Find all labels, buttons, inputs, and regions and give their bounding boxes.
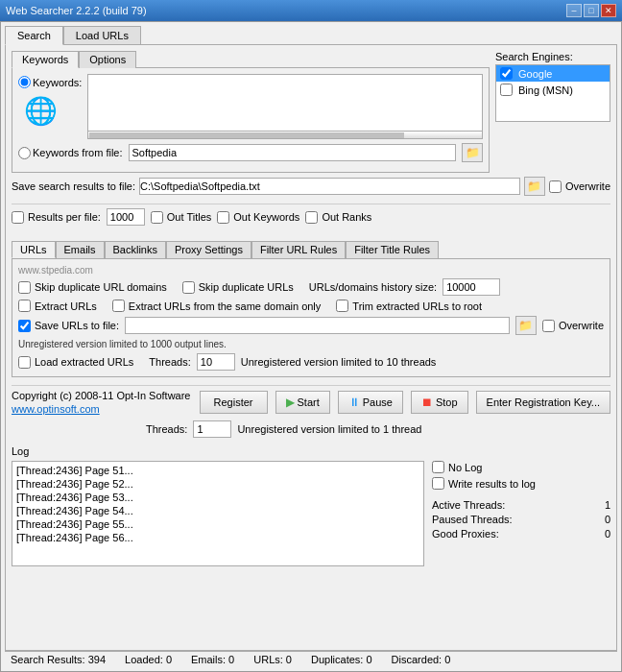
tab-urls[interactable]: URLs	[12, 241, 56, 258]
save-urls-browse-button[interactable]: 📁	[515, 316, 537, 335]
urls-overwrite-label[interactable]: Overwrite	[542, 320, 604, 332]
loaded-status: Loaded: 0	[125, 654, 172, 665]
trim-extracted-checkbox[interactable]	[336, 300, 348, 312]
no-log-checkbox[interactable]	[432, 461, 444, 473]
tab-filter-title-rules[interactable]: Filter Title Rules	[346, 241, 439, 258]
extract-same-domain-checkbox[interactable]	[112, 300, 125, 312]
tab-load-urls[interactable]: Load URLs	[63, 26, 141, 45]
enter-reg-key-button[interactable]: Enter Registration Key...	[476, 391, 610, 414]
save-urls-input[interactable]	[125, 317, 510, 334]
keywords-from-file-browse-button[interactable]: 📁	[462, 143, 483, 162]
copyright-text: Copyright (c) 2008-11 Opt-In Software	[12, 390, 192, 401]
ctrl-threads-label: Threads:	[146, 423, 187, 435]
tab-proxy-settings[interactable]: Proxy Settings	[166, 241, 251, 258]
close-button[interactable]: ✕	[601, 4, 616, 17]
results-per-file-input[interactable]	[107, 208, 145, 226]
stop-icon: ⏹	[421, 396, 433, 409]
search-engines-label: Search Engines:	[495, 51, 610, 62]
tab-emails[interactable]: Emails	[56, 241, 105, 258]
extract-urls-checkbox[interactable]	[18, 300, 31, 312]
controls-threads-row: Threads: Unregistered version limited to…	[146, 420, 610, 438]
out-ranks-label[interactable]: Out Ranks	[305, 211, 371, 224]
tab-keywords[interactable]: Keywords	[12, 51, 79, 68]
threads-input[interactable]	[197, 353, 235, 371]
overwrite-checkbox[interactable]	[549, 180, 562, 193]
overwrite-label[interactable]: Overwrite	[549, 180, 610, 193]
active-threads-stat: Active Threads: 1	[432, 499, 610, 511]
log-section: Log [Thread:2436] Page 51... [Thread:243…	[12, 445, 610, 644]
out-ranks-checkbox[interactable]	[305, 211, 318, 224]
keywords-from-file-input[interactable]	[129, 144, 456, 161]
search-results-status: Search Results: 394	[11, 654, 106, 665]
log-area: [Thread:2436] Page 51... [Thread:2436] P…	[12, 461, 610, 566]
ctrl-threads-input[interactable]	[193, 420, 231, 438]
log-entry-3: [Thread:2436] Page 54...	[14, 504, 421, 517]
log-entry-1: [Thread:2436] Page 52...	[14, 477, 421, 491]
discarded-status: Discarded: 0	[392, 654, 451, 665]
skip-duplicate-urls-label[interactable]: Skip duplicate URLs	[182, 281, 294, 294]
output-limit-note: Unregistered version limited to 1000 out…	[18, 339, 604, 349]
save-results-input[interactable]	[139, 178, 520, 195]
urls-options-row2: Extract URLs Extract URLs from the same …	[18, 300, 604, 312]
urls-options-row1: Skip duplicate URL domains Skip duplicat…	[18, 278, 604, 296]
tab-filter-url-rules[interactable]: Filter URL Rules	[251, 241, 346, 258]
maximize-button[interactable]: □	[584, 4, 599, 17]
start-button[interactable]: ▶ Start	[275, 391, 330, 414]
keywords-radio-label[interactable]: Keywords:	[18, 76, 82, 88]
main-tab-bar: Search Load URLs	[5, 26, 617, 45]
search-engines-list: Google Bing (MSN)	[495, 64, 610, 122]
globe-icon: 🌐	[24, 95, 82, 127]
inner-tab-bar: Keywords Options	[12, 51, 490, 68]
tab-search[interactable]: Search	[5, 26, 63, 45]
minimize-button[interactable]: –	[566, 4, 582, 17]
se-item-bing[interactable]: Bing (MSN)	[496, 82, 610, 98]
extract-urls-label[interactable]: Extract URLs	[18, 300, 97, 312]
write-results-to-log-checkbox[interactable]	[432, 477, 444, 490]
load-extracted-checkbox[interactable]	[18, 356, 31, 369]
tab-options[interactable]: Options	[79, 51, 136, 68]
keywords-from-file-radio[interactable]	[18, 147, 31, 159]
se-google-checkbox[interactable]	[500, 67, 513, 80]
save-urls-to-file-label[interactable]: Save URLs to file:	[18, 320, 119, 332]
save-urls-checkbox[interactable]	[18, 320, 31, 332]
log-controls: No Log Write results to log Active Threa…	[432, 461, 610, 566]
extract-same-domain-label[interactable]: Extract URLs from the same domain only	[112, 300, 322, 312]
save-results-browse-button[interactable]: 📁	[524, 177, 545, 196]
tab-backlinks[interactable]: Backlinks	[105, 241, 166, 258]
no-log-label[interactable]: No Log	[432, 461, 610, 473]
keywords-from-file-radio-label[interactable]: Keywords from file:	[18, 147, 123, 159]
gray-url-display: www.stpedia.com	[18, 265, 604, 276]
out-titles-label[interactable]: Out Titles	[151, 211, 211, 224]
write-results-to-log-label[interactable]: Write results to log	[432, 477, 610, 490]
out-keywords-label[interactable]: Out Keywords	[217, 211, 299, 224]
urls-overwrite-checkbox[interactable]	[542, 320, 555, 332]
save-results-label: Save search results to file:	[12, 180, 135, 192]
keywords-textarea[interactable]	[87, 74, 483, 132]
skip-duplicate-domains-label[interactable]: Skip duplicate URL domains	[18, 281, 167, 294]
results-per-file-row: Results per file: Out Titles Out Keyword…	[12, 204, 610, 226]
se-item-google[interactable]: Google	[496, 65, 610, 82]
results-per-file-label[interactable]: Results per file:	[12, 211, 101, 224]
keywords-radio[interactable]	[18, 76, 31, 88]
skip-duplicate-domains-checkbox[interactable]	[18, 281, 31, 294]
out-keywords-checkbox[interactable]	[217, 211, 229, 224]
log-list[interactable]: [Thread:2436] Page 51... [Thread:2436] P…	[12, 461, 424, 566]
emails-status: Emails: 0	[191, 654, 234, 665]
website-link[interactable]: www.optinsoft.com	[12, 403, 192, 415]
out-titles-checkbox[interactable]	[151, 211, 163, 224]
results-per-file-checkbox[interactable]	[12, 211, 24, 224]
history-size-input[interactable]	[443, 278, 500, 296]
load-extracted-label[interactable]: Load extracted URLs	[18, 356, 133, 369]
threads-label: Threads:	[149, 356, 190, 368]
threads-note: Unregistered version limited to 10 threa…	[241, 356, 437, 368]
pause-button[interactable]: ⏸ Pause	[338, 391, 403, 414]
se-bing-checkbox[interactable]	[500, 84, 513, 96]
save-urls-row: Save URLs to file: 📁 Overwrite	[18, 316, 604, 335]
log-entry-4: [Thread:2436] Page 55...	[14, 517, 421, 531]
stop-button[interactable]: ⏹ Stop	[411, 391, 468, 414]
register-button[interactable]: Register	[200, 391, 268, 414]
status-bar: Search Results: 394 Loaded: 0 Emails: 0 …	[5, 651, 617, 667]
threads-row: Load extracted URLs Threads: Unregistere…	[18, 353, 604, 371]
trim-extracted-label[interactable]: Trim extracted URLs to root	[336, 300, 482, 312]
skip-duplicate-urls-checkbox[interactable]	[182, 281, 195, 294]
